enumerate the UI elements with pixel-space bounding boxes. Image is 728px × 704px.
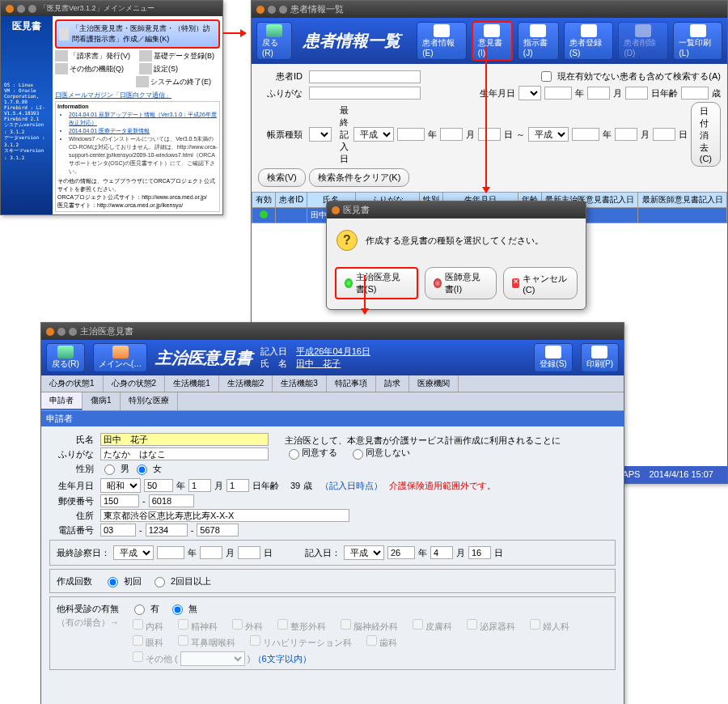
tab[interactable]: 医療機関	[409, 375, 459, 392]
close-icon[interactable]	[256, 6, 265, 14]
from-year-input[interactable]	[397, 128, 425, 141]
to-day-input[interactable]	[653, 128, 675, 141]
tab[interactable]: 生活機能1	[165, 375, 219, 392]
count-first-radio[interactable]	[108, 577, 118, 587]
menu-item-invoice[interactable]: 「請求書」発行(V)	[55, 50, 136, 61]
birth-era-select[interactable]: 昭和	[100, 478, 141, 493]
arrow-down-1	[485, 47, 487, 193]
zip1-input[interactable]	[100, 494, 139, 507]
patient-register-button[interactable]: 患者登録(S)	[564, 22, 614, 60]
tab[interactable]: 生活機能2	[219, 375, 273, 392]
back-button[interactable]: 戻る(R)	[256, 22, 292, 60]
close-icon[interactable]	[332, 206, 340, 214]
tab[interactable]: 傷病1	[83, 392, 121, 410]
main-button[interactable]: メインへ(…	[93, 343, 147, 372]
tab[interactable]: 生活機能3	[273, 375, 327, 392]
form-type-select[interactable]	[309, 127, 332, 142]
menu-item-settings[interactable]: 設定(S)	[139, 63, 220, 74]
zip2-input[interactable]	[149, 494, 194, 507]
birth-era-select[interactable]	[518, 86, 541, 100]
exit-icon	[136, 76, 149, 87]
to-month-input[interactable]	[615, 128, 637, 141]
ishi-button[interactable]: 医師意見書(I)	[425, 267, 497, 299]
other-dept-fieldset: 他科受診の有無 有 無 （有の場合）→ 内科 精神科 外科 整形外科 脳神経外科…	[49, 596, 616, 670]
tel1-input[interactable]	[100, 524, 136, 536]
birth-year-input[interactable]	[544, 87, 572, 100]
menu-item-other[interactable]: その他の機能(Q)	[55, 63, 136, 74]
shujii-button[interactable]: 主治医意見書(S)	[335, 267, 418, 299]
last-exam-era[interactable]: 平成	[113, 545, 154, 560]
birth-day-input[interactable]	[226, 479, 249, 492]
from-era-select[interactable]: 平成	[353, 127, 394, 142]
tab[interactable]: 心身の状態1	[41, 375, 104, 392]
close-icon[interactable]	[6, 5, 14, 13]
register-button[interactable]: 登録(S)	[534, 343, 572, 372]
back-button[interactable]: 戻る(R)	[46, 343, 85, 372]
sex-male-radio[interactable]	[104, 464, 115, 475]
minimize-icon[interactable]	[17, 5, 25, 13]
include-invalid-checkbox[interactable]	[541, 71, 552, 82]
disagree-radio[interactable]	[353, 449, 363, 460]
last-exam-year[interactable]	[157, 546, 184, 559]
maximize-icon[interactable]	[69, 328, 77, 336]
last-exam-day[interactable]	[238, 546, 260, 559]
write-year[interactable]	[387, 546, 415, 559]
from-month-input[interactable]	[440, 128, 463, 141]
age-input[interactable]	[681, 87, 709, 100]
maximize-icon[interactable]	[279, 6, 287, 14]
clear-date-button[interactable]: 日付消去(C)	[691, 102, 721, 167]
birth-month-input[interactable]	[188, 479, 211, 492]
patient-info-button[interactable]: 患者情報(E)	[417, 22, 467, 60]
person-icon	[434, 24, 450, 37]
tab-applicant[interactable]: 申請者	[41, 392, 83, 410]
sex-female-radio[interactable]	[137, 464, 147, 475]
maximize-icon[interactable]	[28, 5, 36, 13]
write-era[interactable]: 平成	[344, 545, 384, 560]
minimize-icon[interactable]	[57, 328, 66, 336]
from-day-input[interactable]	[478, 128, 501, 141]
link-data[interactable]: 2014.04.01 医療データ更新情報	[69, 127, 218, 135]
other-yes-radio[interactable]	[134, 604, 145, 615]
search-button[interactable]: 検索(V)	[258, 168, 306, 187]
link-mailmag[interactable]: 日医メールマガジン「日医白クマ通信」	[55, 91, 220, 100]
close-icon[interactable]	[46, 328, 54, 336]
last-exam-month[interactable]	[200, 546, 222, 559]
header-bar: 戻る(R) メインへ(… 主治医意見書 記入日 平成26年04月16日 氏 名 …	[41, 340, 624, 375]
tab[interactable]: 心身の状態2	[104, 375, 166, 392]
info-panel: Information 2014.04.01 最新アップデート情報（Ver3.1…	[55, 101, 220, 212]
furigana-input[interactable]	[309, 87, 421, 100]
name-input[interactable]	[100, 433, 269, 446]
tab[interactable]: 特記事項	[327, 375, 376, 392]
tab[interactable]: 特別な医療	[121, 392, 178, 410]
tel3-input[interactable]	[197, 524, 239, 536]
birth-day-input[interactable]	[625, 87, 648, 100]
agree-radio[interactable]	[289, 449, 299, 460]
write-month[interactable]	[430, 546, 453, 559]
address-input[interactable]	[100, 509, 349, 522]
write-day[interactable]	[468, 546, 491, 559]
chk	[178, 619, 188, 630]
patient-id-input[interactable]	[309, 70, 421, 83]
to-year-input[interactable]	[572, 128, 599, 141]
other-no-radio[interactable]	[172, 604, 183, 615]
print-button[interactable]: 印刷(P)	[581, 343, 619, 372]
furigana-input[interactable]	[100, 447, 269, 460]
instruction-button[interactable]: 指示書(J)	[518, 22, 559, 60]
menu-item-create-ikensho[interactable]: 「主治医意見書・医師意見書・（特別）訪問看護指示書」作成／編集(K)	[55, 19, 220, 49]
count-more-radio[interactable]	[154, 577, 165, 587]
clear-search-button[interactable]: 検索条件をクリア(K)	[309, 168, 410, 187]
link-update[interactable]: 2014.04.01 最新アップデート情報（Ver3.1.0：平成26年度改正対…	[69, 111, 218, 127]
to-era-select[interactable]: 平成	[528, 127, 569, 142]
tab[interactable]: 請求	[376, 375, 409, 392]
birth-year-input[interactable]	[144, 479, 173, 492]
tel2-input[interactable]	[146, 524, 188, 536]
chk	[366, 635, 377, 646]
print-list-button[interactable]: 一覧印刷(L)	[673, 22, 722, 60]
ikensho-button[interactable]: 意見書(I)	[472, 21, 513, 61]
minimize-icon[interactable]	[268, 6, 276, 14]
cancel-button[interactable]: キャンセル(C)	[503, 267, 578, 299]
window-title: 患者情報一覧	[290, 3, 344, 15]
menu-item-exit[interactable]: システムの終了(E)	[136, 76, 220, 87]
birth-month-input[interactable]	[587, 87, 610, 100]
menu-item-basedata[interactable]: 基礎データ登録(B)	[139, 50, 220, 61]
